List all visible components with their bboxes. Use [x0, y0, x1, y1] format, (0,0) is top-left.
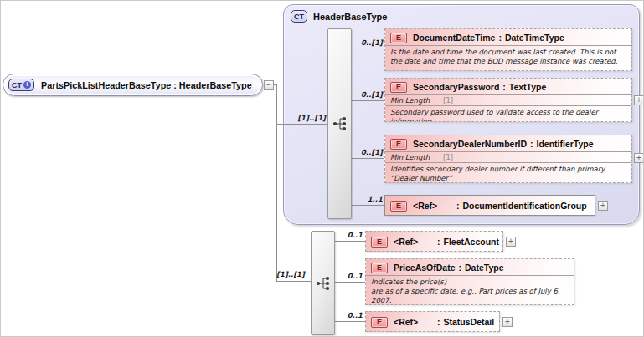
sequence-icon: [332, 116, 348, 131]
element-icon: E: [371, 317, 388, 328]
element-header: E SecondaryDealerNumberID : IdentifierTy…: [385, 135, 631, 151]
expand-icon: +: [505, 317, 510, 326]
connector-line: [276, 84, 277, 282]
element-name: DocumentDateTime: [413, 33, 495, 43]
cardinality-label: 0..[1]: [353, 90, 383, 99]
element-price-as-of-date[interactable]: E PriceAsOfDate : DateType Indicates the…: [365, 258, 574, 305]
element-header: E <Ref> : StatusDetail: [366, 312, 499, 331]
element-name: <Ref>: [394, 317, 434, 327]
expand-button[interactable]: +: [506, 237, 516, 247]
element-name: PriceAsOfDate: [394, 263, 456, 273]
element-annotation: Identifies secondary dealer number if di…: [385, 162, 631, 183]
type-separator: :: [459, 263, 462, 273]
expand-icon: +: [600, 201, 605, 210]
facet-label: Min Length: [390, 96, 430, 105]
cardinality-label: [1]..[1]: [290, 114, 326, 122]
connector-line: [335, 241, 365, 242]
element-type: StatusDetail: [444, 317, 495, 327]
element-fleet-account[interactable]: E <Ref> : FleetAccount: [365, 231, 503, 252]
cardinality-label: 1..1: [353, 195, 383, 203]
element-header: E PriceAsOfDate : DateType: [366, 259, 574, 275]
facet-label: Min Length: [390, 153, 430, 161]
cardinality-label: 0..[1]: [353, 38, 383, 47]
type-separator: :: [437, 237, 440, 247]
connector-line: [352, 205, 384, 206]
type-separator: :: [502, 82, 506, 92]
connector-line: [335, 282, 365, 283]
cardinality-label: 0..[1]: [353, 148, 383, 156]
connector-line: [276, 281, 311, 282]
element-icon: E: [371, 263, 388, 273]
element-header: E DocumentDateTime : DateTimeType: [385, 29, 631, 45]
expand-button[interactable]: +: [502, 317, 513, 327]
element-icon: E: [390, 139, 407, 150]
collapse-button[interactable]: −: [264, 80, 274, 90]
container-header: CT HeaderBaseType: [291, 10, 387, 23]
expand-button[interactable]: +: [634, 95, 644, 105]
type-separator: :: [498, 33, 502, 43]
element-type: DateType: [465, 263, 504, 273]
complex-type-icon: CT+: [8, 79, 34, 91]
sequence-icon: [315, 276, 332, 291]
type-separator: :: [530, 139, 533, 149]
root-element-label: PartsPickListHeaderBaseType : HeaderBase…: [41, 80, 252, 90]
schema-diagram: CT+ PartsPickListHeaderBaseType : Header…: [0, 0, 644, 337]
element-header: E SecondaryPassword : TextType: [385, 79, 631, 94]
element-type: DateTimeType: [505, 33, 564, 43]
element-secondary-dealer-number-id[interactable]: E SecondaryDealerNumberID : IdentifierTy…: [384, 135, 632, 183]
collapse-icon: −: [266, 80, 271, 89]
facet-value: [1]: [443, 96, 453, 105]
element-type: IdentifierType: [536, 139, 593, 149]
element-document-identification-group[interactable]: E <Ref> : DocumentIdentificationGroup: [384, 195, 595, 216]
cardinality-label: 0..1: [337, 272, 363, 280]
connector-line: [276, 124, 327, 125]
container-title: HeaderBaseType: [313, 12, 387, 22]
element-annotation: Indicates the price(s) are as of a speci…: [366, 275, 574, 305]
expand-icon: +: [508, 237, 513, 246]
expand-icon: +: [636, 95, 641, 105]
cardinality-label: 0..1: [337, 311, 363, 319]
connector-line: [352, 158, 384, 159]
element-type: TextType: [509, 82, 547, 92]
element-document-datetime[interactable]: E DocumentDateTime : DateTimeType Is the…: [384, 28, 632, 71]
element-icon: E: [390, 201, 407, 212]
connector-line: [352, 100, 384, 101]
element-annotation: Secondary password used to validate acce…: [385, 105, 631, 122]
facet-row: Min Length [1]: [385, 94, 631, 105]
element-type: DocumentIdentificationGroup: [463, 201, 587, 211]
cardinality-label: [1]..[1]: [273, 270, 308, 278]
sequence-compositor: [311, 231, 335, 335]
element-name: <Ref>: [394, 237, 434, 247]
facet-row: Min Length [1]: [385, 151, 631, 162]
element-icon: E: [390, 82, 407, 93]
expand-button[interactable]: +: [634, 153, 644, 163]
complex-type-icon: CT: [291, 10, 307, 23]
expand-button[interactable]: +: [598, 201, 608, 211]
element-status-detail[interactable]: E <Ref> : StatusDetail: [365, 311, 500, 332]
cardinality-label: 0..1: [337, 231, 363, 239]
element-name: <Ref>: [413, 201, 453, 211]
sequence-compositor: [327, 28, 352, 219]
facet-value: [1]: [443, 153, 453, 161]
element-name: SecondaryDealerNumberID: [413, 139, 527, 149]
element-header: E <Ref> : DocumentIdentificationGroup: [385, 196, 595, 215]
type-separator: :: [437, 317, 440, 327]
element-type: FleetAccount: [444, 237, 500, 247]
element-icon: E: [371, 237, 388, 248]
element-secondary-password[interactable]: E SecondaryPassword : TextType Min Lengt…: [384, 78, 632, 122]
element-icon: E: [390, 33, 407, 43]
connector-line: [352, 49, 384, 49]
element-name: SecondaryPassword: [413, 82, 499, 92]
element-annotation: Is the date and time the document was la…: [385, 45, 631, 69]
type-separator: :: [456, 201, 460, 211]
derived-plus-icon: +: [23, 81, 31, 89]
element-header: E <Ref> : FleetAccount: [366, 232, 502, 251]
connector-line: [335, 321, 365, 322]
root-element-partspicklistheaderbasetype[interactable]: CT+ PartsPickListHeaderBaseType : Header…: [3, 74, 263, 96]
expand-icon: +: [636, 153, 641, 162]
